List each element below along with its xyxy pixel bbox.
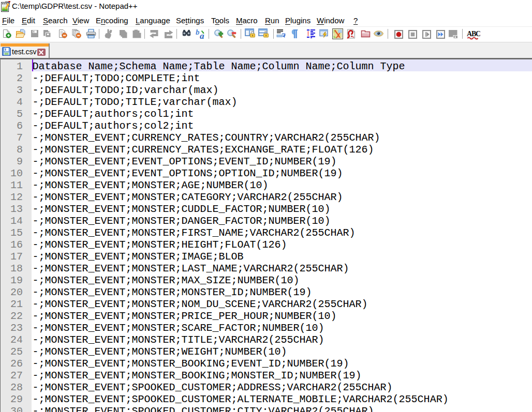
svg-text:a: a (200, 31, 204, 39)
svg-text:ABC: ABC (467, 30, 480, 38)
svg-text:b: b (196, 28, 200, 36)
